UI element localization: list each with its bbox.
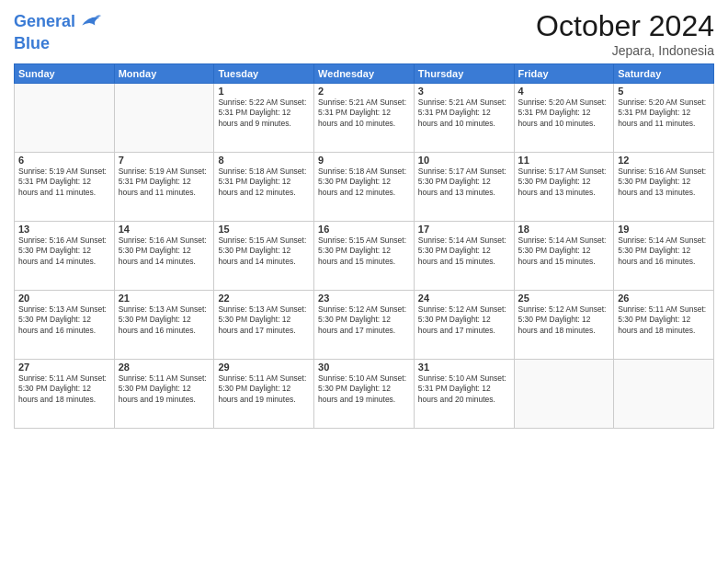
week-row-1: 1Sunrise: 5:22 AM Sunset: 5:31 PM Daylig… [15,84,714,153]
day-info: Sunrise: 5:17 AM Sunset: 5:30 PM Dayligh… [418,167,510,198]
calendar-cell: 26Sunrise: 5:11 AM Sunset: 5:30 PM Dayli… [614,291,714,360]
day-number: 10 [418,155,510,166]
calendar-cell: 22Sunrise: 5:13 AM Sunset: 5:30 PM Dayli… [214,291,314,360]
day-info: Sunrise: 5:12 AM Sunset: 5:30 PM Dayligh… [318,304,410,336]
day-number: 16 [318,224,410,235]
logo-blue: Blue [14,35,103,52]
calendar-cell: 6Sunrise: 5:19 AM Sunset: 5:31 PM Daylig… [15,153,115,222]
calendar-cell: 4Sunrise: 5:20 AM Sunset: 5:31 PM Daylig… [514,84,614,153]
calendar-cell [15,84,115,153]
calendar-cell [514,360,614,429]
day-number: 12 [618,155,710,166]
week-row-4: 20Sunrise: 5:13 AM Sunset: 5:30 PM Dayli… [15,291,714,360]
day-info: Sunrise: 5:14 AM Sunset: 5:30 PM Dayligh… [618,236,710,267]
day-info: Sunrise: 5:11 AM Sunset: 5:30 PM Dayligh… [218,373,310,405]
calendar-cell: 12Sunrise: 5:16 AM Sunset: 5:30 PM Dayli… [614,153,714,222]
day-info: Sunrise: 5:11 AM Sunset: 5:30 PM Dayligh… [18,373,110,405]
week-row-5: 27Sunrise: 5:11 AM Sunset: 5:30 PM Dayli… [15,360,714,429]
logo-icon [77,9,103,35]
day-info: Sunrise: 5:16 AM Sunset: 5:30 PM Dayligh… [18,236,110,267]
calendar-cell: 8Sunrise: 5:18 AM Sunset: 5:31 PM Daylig… [214,153,314,222]
title-area: October 2024 Jepara, Indonesia [536,9,714,58]
day-number: 13 [18,224,110,235]
day-info: Sunrise: 5:19 AM Sunset: 5:31 PM Dayligh… [18,167,110,198]
calendar-cell: 19Sunrise: 5:14 AM Sunset: 5:30 PM Dayli… [614,222,714,291]
logo-text: General [14,13,75,31]
page: General Blue October 2024 Jepara, Indone… [0,0,728,563]
header: General Blue October 2024 Jepara, Indone… [14,9,714,58]
calendar-cell: 10Sunrise: 5:17 AM Sunset: 5:30 PM Dayli… [414,153,514,222]
day-info: Sunrise: 5:14 AM Sunset: 5:30 PM Dayligh… [518,236,610,267]
day-info: Sunrise: 5:21 AM Sunset: 5:31 PM Dayligh… [418,98,510,129]
day-info: Sunrise: 5:10 AM Sunset: 5:31 PM Dayligh… [418,373,510,405]
day-info: Sunrise: 5:10 AM Sunset: 5:30 PM Dayligh… [318,373,410,405]
day-number: 26 [618,293,710,304]
week-row-3: 13Sunrise: 5:16 AM Sunset: 5:30 PM Dayli… [15,222,714,291]
day-number: 11 [518,155,610,166]
day-number: 20 [18,293,110,304]
calendar-cell: 27Sunrise: 5:11 AM Sunset: 5:30 PM Dayli… [15,360,115,429]
day-info: Sunrise: 5:20 AM Sunset: 5:31 PM Dayligh… [518,98,610,129]
day-info: Sunrise: 5:15 AM Sunset: 5:30 PM Dayligh… [218,236,310,267]
day-info: Sunrise: 5:17 AM Sunset: 5:30 PM Dayligh… [518,167,610,198]
day-number: 28 [119,362,210,373]
calendar-cell: 2Sunrise: 5:21 AM Sunset: 5:31 PM Daylig… [314,84,415,153]
day-number: 14 [119,224,210,235]
month-title: October 2024 [536,9,714,43]
calendar-cell: 5Sunrise: 5:20 AM Sunset: 5:31 PM Daylig… [614,84,714,153]
day-number: 18 [518,224,610,235]
day-info: Sunrise: 5:14 AM Sunset: 5:30 PM Dayligh… [418,236,510,267]
day-info: Sunrise: 5:12 AM Sunset: 5:30 PM Dayligh… [518,304,610,336]
calendar-cell: 7Sunrise: 5:19 AM Sunset: 5:31 PM Daylig… [114,153,214,222]
day-number: 22 [218,293,310,304]
calendar-cell: 29Sunrise: 5:11 AM Sunset: 5:30 PM Dayli… [214,360,314,429]
day-number: 4 [518,86,610,97]
calendar-cell: 31Sunrise: 5:10 AM Sunset: 5:31 PM Dayli… [414,360,514,429]
calendar-cell [114,84,214,153]
day-info: Sunrise: 5:11 AM Sunset: 5:30 PM Dayligh… [119,373,210,405]
day-info: Sunrise: 5:18 AM Sunset: 5:30 PM Dayligh… [318,167,410,198]
day-number: 30 [318,362,410,373]
day-number: 1 [218,86,310,97]
day-number: 3 [418,86,510,97]
calendar-cell: 20Sunrise: 5:13 AM Sunset: 5:30 PM Dayli… [15,291,115,360]
day-number: 29 [218,362,310,373]
day-info: Sunrise: 5:12 AM Sunset: 5:30 PM Dayligh… [418,304,510,336]
day-number: 31 [418,362,510,373]
column-header-sunday: Sunday [15,64,115,84]
calendar-cell: 18Sunrise: 5:14 AM Sunset: 5:30 PM Dayli… [514,222,614,291]
day-info: Sunrise: 5:18 AM Sunset: 5:31 PM Dayligh… [218,167,310,198]
day-number: 24 [418,293,510,304]
day-info: Sunrise: 5:13 AM Sunset: 5:30 PM Dayligh… [18,304,110,336]
week-row-2: 6Sunrise: 5:19 AM Sunset: 5:31 PM Daylig… [15,153,714,222]
calendar-cell: 11Sunrise: 5:17 AM Sunset: 5:30 PM Dayli… [514,153,614,222]
calendar-cell: 16Sunrise: 5:15 AM Sunset: 5:30 PM Dayli… [314,222,415,291]
calendar-table: SundayMondayTuesdayWednesdayThursdayFrid… [14,63,714,429]
column-header-thursday: Thursday [414,64,514,84]
calendar-cell: 28Sunrise: 5:11 AM Sunset: 5:30 PM Dayli… [114,360,214,429]
day-number: 8 [218,155,310,166]
calendar-cell: 21Sunrise: 5:13 AM Sunset: 5:30 PM Dayli… [114,291,214,360]
day-info: Sunrise: 5:16 AM Sunset: 5:30 PM Dayligh… [618,167,710,198]
calendar-cell: 25Sunrise: 5:12 AM Sunset: 5:30 PM Dayli… [514,291,614,360]
location: Jepara, Indonesia [536,43,714,58]
day-number: 19 [618,224,710,235]
column-header-saturday: Saturday [614,64,714,84]
day-info: Sunrise: 5:21 AM Sunset: 5:31 PM Dayligh… [318,98,410,129]
day-info: Sunrise: 5:13 AM Sunset: 5:30 PM Dayligh… [218,304,310,336]
day-info: Sunrise: 5:16 AM Sunset: 5:30 PM Dayligh… [119,236,210,267]
calendar-cell: 24Sunrise: 5:12 AM Sunset: 5:30 PM Dayli… [414,291,514,360]
day-number: 15 [218,224,310,235]
calendar-body: 1Sunrise: 5:22 AM Sunset: 5:31 PM Daylig… [15,84,714,429]
column-header-monday: Monday [114,64,214,84]
day-number: 2 [318,86,410,97]
logo: General Blue [14,9,103,52]
calendar-cell: 9Sunrise: 5:18 AM Sunset: 5:30 PM Daylig… [314,153,415,222]
day-number: 17 [418,224,510,235]
calendar-cell: 1Sunrise: 5:22 AM Sunset: 5:31 PM Daylig… [214,84,314,153]
calendar-cell: 13Sunrise: 5:16 AM Sunset: 5:30 PM Dayli… [15,222,115,291]
column-header-friday: Friday [514,64,614,84]
column-header-wednesday: Wednesday [314,64,415,84]
day-info: Sunrise: 5:19 AM Sunset: 5:31 PM Dayligh… [119,167,210,198]
day-info: Sunrise: 5:11 AM Sunset: 5:30 PM Dayligh… [618,304,710,336]
